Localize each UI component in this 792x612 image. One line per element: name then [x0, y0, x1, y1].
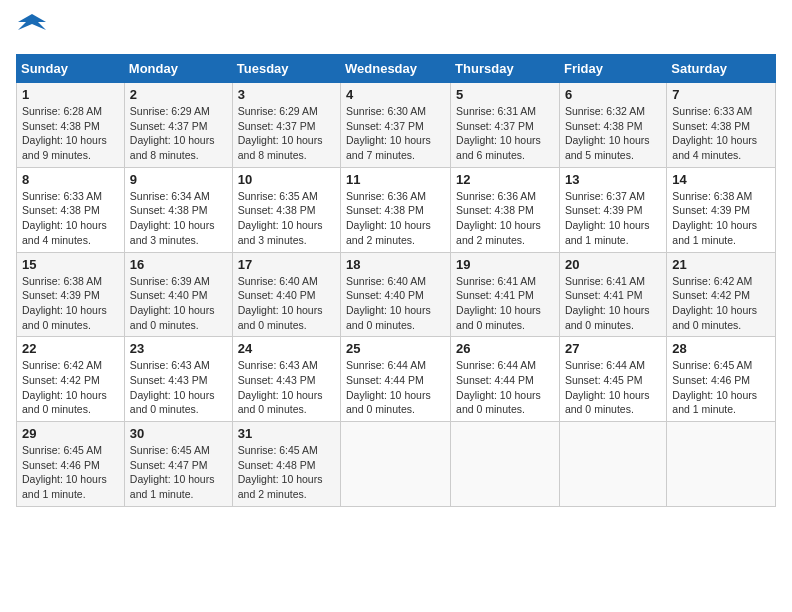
day-number: 11 [346, 172, 445, 187]
sunrise-label: Sunrise: 6:45 AM [238, 444, 318, 456]
sunset-label: Sunset: 4:38 PM [22, 120, 100, 132]
day-number: 15 [22, 257, 119, 272]
sunset-label: Sunset: 4:39 PM [565, 204, 643, 216]
day-cell: 25 Sunrise: 6:44 AM Sunset: 4:44 PM Dayl… [341, 337, 451, 422]
day-cell: 6 Sunrise: 6:32 AM Sunset: 4:38 PM Dayli… [559, 83, 666, 168]
sunset-label: Sunset: 4:42 PM [22, 374, 100, 386]
daylight-label: Daylight: 10 hours [22, 389, 107, 401]
day-number: 12 [456, 172, 554, 187]
day-info: Sunrise: 6:37 AM Sunset: 4:39 PM Dayligh… [565, 189, 661, 248]
day-cell: 2 Sunrise: 6:29 AM Sunset: 4:37 PM Dayli… [124, 83, 232, 168]
sunset-label: Sunset: 4:38 PM [238, 204, 316, 216]
sunrise-label: Sunrise: 6:39 AM [130, 275, 210, 287]
sunset-label: Sunset: 4:40 PM [346, 289, 424, 301]
header-day-friday: Friday [559, 55, 666, 83]
sunset-label: Sunset: 4:47 PM [130, 459, 208, 471]
logo-bird-icon [18, 12, 46, 44]
day-info: Sunrise: 6:40 AM Sunset: 4:40 PM Dayligh… [346, 274, 445, 333]
day-info: Sunrise: 6:38 AM Sunset: 4:39 PM Dayligh… [22, 274, 119, 333]
day-info: Sunrise: 6:41 AM Sunset: 4:41 PM Dayligh… [565, 274, 661, 333]
daylight-minutes: and 1 minute. [130, 488, 194, 500]
sunset-label: Sunset: 4:38 PM [456, 204, 534, 216]
calendar-body: 1 Sunrise: 6:28 AM Sunset: 4:38 PM Dayli… [17, 83, 776, 507]
day-number: 14 [672, 172, 770, 187]
day-info: Sunrise: 6:36 AM Sunset: 4:38 PM Dayligh… [346, 189, 445, 248]
day-number: 18 [346, 257, 445, 272]
day-number: 30 [130, 426, 227, 441]
daylight-minutes: and 7 minutes. [346, 149, 415, 161]
sunset-label: Sunset: 4:39 PM [22, 289, 100, 301]
daylight-minutes: and 0 minutes. [130, 319, 199, 331]
week-row-3: 15 Sunrise: 6:38 AM Sunset: 4:39 PM Dayl… [17, 252, 776, 337]
day-number: 17 [238, 257, 335, 272]
sunset-label: Sunset: 4:41 PM [565, 289, 643, 301]
day-info: Sunrise: 6:39 AM Sunset: 4:40 PM Dayligh… [130, 274, 227, 333]
daylight-minutes: and 0 minutes. [456, 403, 525, 415]
day-number: 28 [672, 341, 770, 356]
sunrise-label: Sunrise: 6:44 AM [346, 359, 426, 371]
day-number: 22 [22, 341, 119, 356]
sunset-label: Sunset: 4:39 PM [672, 204, 750, 216]
sunset-label: Sunset: 4:37 PM [456, 120, 534, 132]
day-info: Sunrise: 6:42 AM Sunset: 4:42 PM Dayligh… [22, 358, 119, 417]
day-cell: 7 Sunrise: 6:33 AM Sunset: 4:38 PM Dayli… [667, 83, 776, 168]
daylight-label: Daylight: 10 hours [565, 304, 650, 316]
day-number: 3 [238, 87, 335, 102]
sunrise-label: Sunrise: 6:34 AM [130, 190, 210, 202]
sunrise-label: Sunrise: 6:43 AM [130, 359, 210, 371]
daylight-minutes: and 0 minutes. [238, 403, 307, 415]
day-number: 2 [130, 87, 227, 102]
day-number: 13 [565, 172, 661, 187]
sunrise-label: Sunrise: 6:29 AM [130, 105, 210, 117]
day-info: Sunrise: 6:29 AM Sunset: 4:37 PM Dayligh… [238, 104, 335, 163]
day-info: Sunrise: 6:43 AM Sunset: 4:43 PM Dayligh… [130, 358, 227, 417]
daylight-label: Daylight: 10 hours [346, 219, 431, 231]
header-day-wednesday: Wednesday [341, 55, 451, 83]
sunset-label: Sunset: 4:37 PM [238, 120, 316, 132]
daylight-minutes: and 6 minutes. [456, 149, 525, 161]
day-cell [341, 422, 451, 507]
sunrise-label: Sunrise: 6:31 AM [456, 105, 536, 117]
day-number: 6 [565, 87, 661, 102]
daylight-label: Daylight: 10 hours [346, 134, 431, 146]
day-number: 26 [456, 341, 554, 356]
day-info: Sunrise: 6:35 AM Sunset: 4:38 PM Dayligh… [238, 189, 335, 248]
sunset-label: Sunset: 4:37 PM [130, 120, 208, 132]
day-cell: 21 Sunrise: 6:42 AM Sunset: 4:42 PM Dayl… [667, 252, 776, 337]
day-cell: 22 Sunrise: 6:42 AM Sunset: 4:42 PM Dayl… [17, 337, 125, 422]
sunset-label: Sunset: 4:46 PM [22, 459, 100, 471]
day-info: Sunrise: 6:44 AM Sunset: 4:45 PM Dayligh… [565, 358, 661, 417]
day-number: 4 [346, 87, 445, 102]
daylight-label: Daylight: 10 hours [130, 473, 215, 485]
daylight-label: Daylight: 10 hours [22, 304, 107, 316]
day-cell: 23 Sunrise: 6:43 AM Sunset: 4:43 PM Dayl… [124, 337, 232, 422]
day-info: Sunrise: 6:42 AM Sunset: 4:42 PM Dayligh… [672, 274, 770, 333]
daylight-label: Daylight: 10 hours [565, 134, 650, 146]
day-number: 10 [238, 172, 335, 187]
daylight-minutes: and 0 minutes. [130, 403, 199, 415]
daylight-label: Daylight: 10 hours [130, 304, 215, 316]
week-row-4: 22 Sunrise: 6:42 AM Sunset: 4:42 PM Dayl… [17, 337, 776, 422]
logo [16, 16, 46, 44]
daylight-minutes: and 0 minutes. [22, 403, 91, 415]
day-cell: 29 Sunrise: 6:45 AM Sunset: 4:46 PM Dayl… [17, 422, 125, 507]
day-cell: 9 Sunrise: 6:34 AM Sunset: 4:38 PM Dayli… [124, 167, 232, 252]
day-info: Sunrise: 6:31 AM Sunset: 4:37 PM Dayligh… [456, 104, 554, 163]
daylight-label: Daylight: 10 hours [672, 219, 757, 231]
sunrise-label: Sunrise: 6:33 AM [672, 105, 752, 117]
day-number: 5 [456, 87, 554, 102]
daylight-minutes: and 2 minutes. [238, 488, 307, 500]
sunrise-label: Sunrise: 6:40 AM [238, 275, 318, 287]
sunset-label: Sunset: 4:41 PM [456, 289, 534, 301]
daylight-label: Daylight: 10 hours [672, 304, 757, 316]
day-cell: 30 Sunrise: 6:45 AM Sunset: 4:47 PM Dayl… [124, 422, 232, 507]
day-cell [667, 422, 776, 507]
sunrise-label: Sunrise: 6:43 AM [238, 359, 318, 371]
week-row-5: 29 Sunrise: 6:45 AM Sunset: 4:46 PM Dayl… [17, 422, 776, 507]
daylight-label: Daylight: 10 hours [22, 473, 107, 485]
sunrise-label: Sunrise: 6:42 AM [672, 275, 752, 287]
sunset-label: Sunset: 4:46 PM [672, 374, 750, 386]
daylight-label: Daylight: 10 hours [130, 389, 215, 401]
daylight-minutes: and 4 minutes. [672, 149, 741, 161]
sunrise-label: Sunrise: 6:44 AM [565, 359, 645, 371]
